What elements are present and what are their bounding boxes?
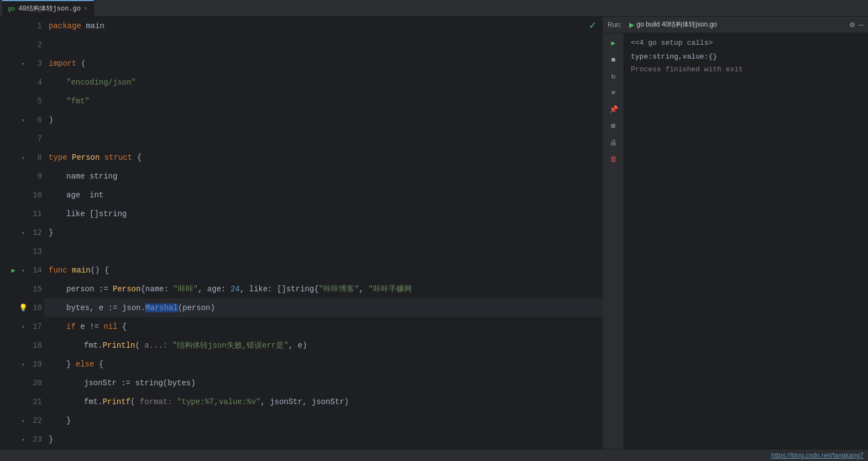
code-line-23: } (44, 430, 603, 449)
code-line-10: age int (44, 186, 603, 205)
code-line-6: ) (44, 111, 603, 129)
output-config-line: <<4 go setup calls> (631, 38, 861, 49)
code-lines: package main import ( "encoding/json" "f… (44, 17, 603, 449)
code-line-9: name string (44, 167, 603, 186)
code-line-11: like []string (44, 205, 603, 223)
editor-gutter: 1 2 ▾3 4 5 ▾6 7 ▾8 9 10 11 ▾12 13 ▶▾14 1… (0, 17, 44, 449)
code-line-8: type Person struct { (44, 148, 603, 167)
code-line-3: import ( (44, 54, 603, 73)
print-button[interactable]: 🖨 (606, 135, 621, 150)
rerun-button[interactable]: ↻ (606, 69, 621, 84)
code-line-22: } (44, 411, 603, 430)
code-line-4: "encoding/json" (44, 73, 603, 92)
layout-button[interactable]: ⊞ (606, 118, 621, 134)
main-area: ✓ 1 2 ▾3 4 5 ▾6 7 ▾8 9 10 11 ▾12 13 ▶▾14… (0, 17, 868, 449)
code-line-2 (44, 35, 603, 54)
settings-icon[interactable]: ⚙ (850, 20, 854, 29)
editor-tab[interactable]: go 40结构体转json.go × (2, 0, 94, 16)
code-area[interactable]: 1 2 ▾3 4 5 ▾6 7 ▾8 9 10 11 ▾12 13 ▶▾14 1… (0, 17, 603, 449)
status-bar: https://blog.csdn.net/fangkang7 (0, 449, 868, 461)
run-label: Run: (608, 21, 621, 29)
code-line-20: jsonStr := string(bytes) (44, 374, 603, 392)
code-line-7 (44, 129, 603, 148)
code-line-14: func main() { (44, 261, 603, 280)
run-toolbar: Run: ▶ go build 40结构体转json.go ⚙ — (603, 17, 868, 33)
output-icon-strip: ▶ ■ ↻ ≡ 📌 ⊞ 🖨 🗑 (603, 33, 624, 449)
run-button[interactable]: ▶ (606, 35, 621, 51)
code-line-12: } (44, 223, 603, 242)
code-line-5: "fmt" (44, 92, 603, 111)
delete-button[interactable]: 🗑 (606, 151, 621, 167)
right-panel-output: ▶ ■ ↻ ≡ 📌 ⊞ 🖨 🗑 <<4 go setup calls> (603, 33, 868, 449)
pin-button[interactable]: 📌 (606, 102, 621, 117)
tab-icon: go (8, 6, 15, 12)
code-line-21: fmt.Printf( format: "type:%T,value:%v", … (44, 392, 603, 411)
tab-label: 40结构体转json.go (18, 4, 81, 13)
output-text: <<4 go setup calls> type:string,value:{}… (624, 33, 868, 449)
code-line-17: if e != nil { (44, 317, 603, 336)
run-config-name: go build 40结构体转json.go (636, 20, 717, 29)
run-config-icon: ▶ (629, 21, 634, 29)
maximize-icon[interactable]: — (859, 20, 864, 29)
stop-button[interactable]: ■ (606, 52, 621, 67)
code-line-18: fmt.Println( a...: "结构体转json失败,错误err是", … (44, 336, 603, 355)
status-url[interactable]: https://blog.csdn.net/fangkang7 (771, 452, 864, 459)
check-mark-icon: ✓ (589, 17, 596, 35)
editor-panel: ✓ 1 2 ▾3 4 5 ▾6 7 ▾8 9 10 11 ▾12 13 ▶▾14… (0, 17, 603, 449)
run-config: ▶ go build 40结构体转json.go (626, 20, 848, 29)
output-line-1: type:string,value:{} (631, 51, 861, 63)
right-panel: Run: ▶ go build 40结构体转json.go ⚙ — ▶ ■ ↻ … (603, 17, 868, 449)
tab-bar: go 40结构体转json.go × (0, 0, 868, 17)
code-line-13 (44, 242, 603, 261)
code-line-15: person := Person{name: "咔咔", age: 24, li… (44, 280, 603, 298)
tab-close-button[interactable]: × (84, 6, 88, 12)
output-line-2: Process finished with exit (631, 64, 861, 76)
code-line-1: package main (44, 17, 603, 35)
code-line-19: } else { (44, 355, 603, 374)
output-settings-button[interactable]: ≡ (606, 85, 621, 101)
code-line-16: bytes, e := json.Marshal(person) (44, 298, 603, 317)
